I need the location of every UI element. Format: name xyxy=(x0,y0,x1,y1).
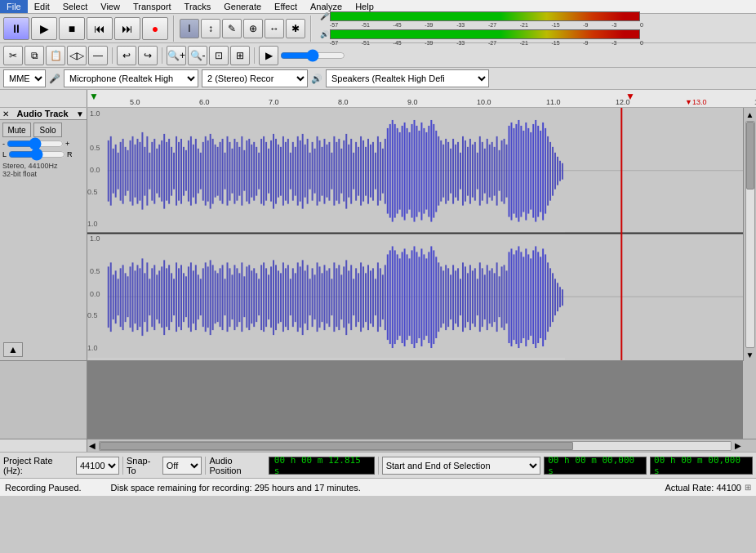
bottom-bar: Project Rate (Hz): 44100 Snap-To Off Aud… xyxy=(0,452,756,478)
svg-rect-127 xyxy=(372,142,374,201)
svg-rect-307 xyxy=(353,279,354,315)
menu-transport[interactable]: Transport xyxy=(127,0,178,13)
svg-rect-302 xyxy=(340,274,342,319)
svg-rect-387 xyxy=(547,262,549,332)
svg-rect-144 xyxy=(414,120,416,222)
audio-host-select[interactable]: MME xyxy=(3,69,46,87)
cut-button[interactable]: ✂ xyxy=(3,46,23,65)
redo-button[interactable]: ↪ xyxy=(138,46,158,65)
draw-tool[interactable]: ✎ xyxy=(222,19,242,38)
svg-rect-170 xyxy=(477,153,478,190)
h-scroll-left[interactable]: ◀ xyxy=(87,441,97,450)
snap-to-select[interactable]: Off xyxy=(162,457,202,475)
svg-rect-81 xyxy=(260,139,262,204)
menu-select[interactable]: Select xyxy=(56,0,95,13)
svg-rect-217 xyxy=(134,270,136,323)
svg-rect-47 xyxy=(178,142,180,201)
gain-slider[interactable] xyxy=(7,140,64,148)
menu-view[interactable]: View xyxy=(94,0,127,13)
track-menu-icon[interactable]: ▼ xyxy=(76,109,84,118)
timeline-ruler: ▼ ▼ 5.0 6.0 7.0 8.0 9.0 10.0 11.0 12.0 ▼… xyxy=(0,90,756,108)
menu-effect[interactable]: Effect xyxy=(268,0,304,13)
silence-button[interactable]: — xyxy=(88,46,108,65)
multitool[interactable]: ✱ xyxy=(286,19,305,38)
selection-tool[interactable]: I xyxy=(180,19,199,38)
svg-rect-141 xyxy=(407,128,408,214)
trim-button[interactable]: ◁▷ xyxy=(67,46,87,65)
output-device-select[interactable]: Speakers (Realtek High Defi xyxy=(326,69,489,87)
svg-rect-268 xyxy=(258,279,260,315)
svg-rect-360 xyxy=(482,268,483,327)
playback-speed-slider[interactable] xyxy=(280,50,345,61)
undo-section: ↩ ↪ xyxy=(117,46,158,65)
svg-rect-190 xyxy=(525,123,527,221)
h-scroll-thumb[interactable] xyxy=(100,442,573,450)
pan-slider[interactable] xyxy=(8,150,65,158)
svg-rect-177 xyxy=(494,147,496,196)
svg-rect-232 xyxy=(171,273,172,322)
undo-button[interactable]: ↩ xyxy=(117,46,136,65)
sep-b1 xyxy=(122,457,123,475)
svg-rect-55 xyxy=(198,149,199,194)
svg-rect-82 xyxy=(263,136,265,206)
svg-rect-273 xyxy=(270,266,272,328)
svg-rect-48 xyxy=(180,139,182,204)
h-scroll-right[interactable]: ▶ xyxy=(733,441,743,450)
svg-rect-314 xyxy=(370,270,371,323)
track-close-icon[interactable]: ✕ xyxy=(2,109,9,118)
stop-button[interactable]: ■ xyxy=(59,17,85,40)
svg-rect-60 xyxy=(210,134,211,209)
input-device-select[interactable]: Microphone (Realtek High xyxy=(64,69,198,87)
zoom-tool[interactable]: ⊕ xyxy=(243,19,263,38)
svg-rect-276 xyxy=(278,270,279,323)
skip-end-button[interactable]: ⏭ xyxy=(114,17,140,40)
copy-button[interactable]: ⧉ xyxy=(24,46,44,65)
svg-text:-0.5: -0.5 xyxy=(87,188,97,196)
svg-rect-318 xyxy=(380,268,381,327)
svg-rect-113 xyxy=(338,139,340,204)
scroll-down-button[interactable]: ▼ xyxy=(745,350,755,359)
play-at-speed-button[interactable]: ▶ xyxy=(259,46,278,65)
waveform-area[interactable]: 1.0 0.5 0.0 -0.5 -1.0 1.0 0.5 0.0 -0.5 -… xyxy=(87,108,743,361)
svg-rect-252 xyxy=(220,268,221,327)
timeshift-tool[interactable]: ↔ xyxy=(265,19,284,38)
svg-rect-44 xyxy=(171,147,172,196)
paste-button[interactable]: 📋 xyxy=(46,46,65,65)
skip-start-button[interactable]: ⏮ xyxy=(87,17,113,40)
solo-button[interactable]: Solo xyxy=(33,123,62,137)
project-rate-select[interactable]: 44100 xyxy=(76,457,119,475)
menu-edit[interactable]: Edit xyxy=(28,0,56,13)
envelope-tool[interactable]: ↕ xyxy=(201,19,220,38)
mute-button[interactable]: Mute xyxy=(2,123,31,137)
svg-rect-359 xyxy=(479,262,481,332)
svg-rect-200 xyxy=(549,142,551,201)
menu-tracks[interactable]: Tracks xyxy=(178,0,218,13)
selection-mode-select[interactable]: Start and End of Selection xyxy=(382,457,541,475)
svg-rect-168 xyxy=(472,145,474,198)
menu-generate[interactable]: Generate xyxy=(217,0,268,13)
svg-rect-65 xyxy=(222,139,224,204)
svg-rect-96 xyxy=(297,136,299,206)
zoom-in-button[interactable]: 🔍+ xyxy=(167,46,186,65)
track-expand-button[interactable]: ▲ xyxy=(3,342,23,357)
tick-7: 7.0 xyxy=(269,98,279,106)
svg-rect-25 xyxy=(125,147,127,196)
play-button[interactable]: ▶ xyxy=(31,17,57,40)
svg-rect-122 xyxy=(360,136,362,206)
svg-rect-53 xyxy=(193,145,194,198)
svg-rect-117 xyxy=(348,145,349,198)
svg-rect-343 xyxy=(440,266,442,328)
zoom-sel-button[interactable]: ⊞ xyxy=(230,46,250,65)
svg-rect-123 xyxy=(362,140,364,202)
svg-rect-103 xyxy=(314,149,316,194)
input-channels-select[interactable]: 2 (Stereo) Recor xyxy=(202,69,308,87)
zoom-out-button[interactable]: 🔍- xyxy=(188,46,207,65)
menu-file[interactable]: File xyxy=(0,0,28,13)
svg-rect-67 xyxy=(227,136,229,206)
scroll-up-button[interactable]: ▲ xyxy=(745,109,755,119)
record-button[interactable]: ● xyxy=(142,17,168,40)
svg-rect-262 xyxy=(243,276,245,317)
zoom-fit-button[interactable]: ⊡ xyxy=(209,46,229,65)
pause-button[interactable]: ⏸ xyxy=(3,17,29,40)
v-scroll-thumb[interactable] xyxy=(746,122,754,190)
